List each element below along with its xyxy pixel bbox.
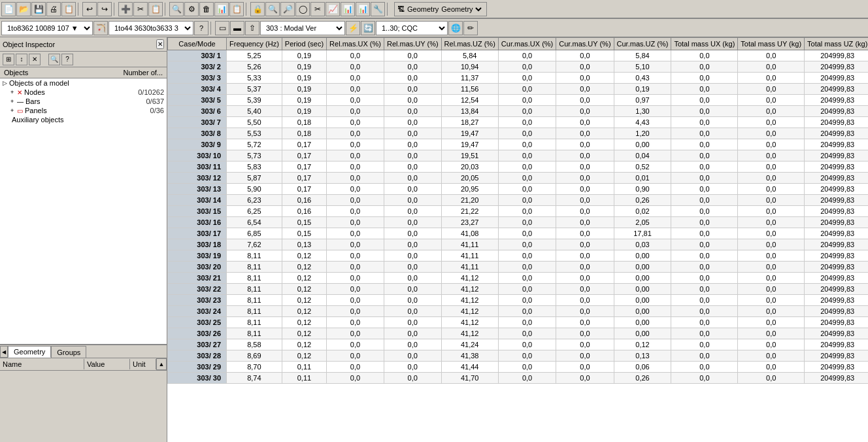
filter-btn[interactable]: ⚡ [346, 21, 360, 35]
table-row[interactable]: 303/ 187,620,130,00,041,110,00,00,030,00… [168, 239, 869, 250]
table-row[interactable]: 303/ 238,110,120,00,041,120,00,00,000,00… [168, 295, 869, 306]
add-btn[interactable]: ➕ [118, 2, 133, 16]
inspector-zoom-icon[interactable]: 🔍 [48, 54, 60, 65]
arrow-icon[interactable]: 🏹 [93, 21, 108, 35]
tree-item-bars[interactable]: + — Bars 0/637 [0, 97, 167, 106]
tree-item-nodes[interactable]: + ✕ Nodes 0/10262 [0, 88, 167, 97]
props-scroll-up-btn[interactable]: ▲ [156, 358, 167, 370]
inspector-select-icon[interactable]: ↕ [16, 54, 27, 65]
table-row[interactable]: 303/ 85,530,180,00,019,470,00,01,200,00,… [168, 128, 869, 139]
tool-btn[interactable]: 🔧 [371, 2, 385, 16]
table-row[interactable]: 303/ 288,690,120,00,041,380,00,00,130,00… [168, 350, 869, 362]
table-row[interactable]: 303/ 166,540,150,00,023,270,00,02,050,00… [168, 217, 869, 228]
zoom-out-btn[interactable]: 🔎 [280, 2, 295, 16]
scissors-btn[interactable]: ✂ [310, 2, 325, 16]
table-btn[interactable]: 📊 [356, 2, 370, 16]
data-cell: 0,0 [738, 250, 805, 262]
geometry-select[interactable]: Geometry [439, 5, 484, 14]
copy-btn[interactable]: 📋 [61, 2, 76, 16]
table-row[interactable]: 303/ 268,110,120,00,041,120,00,00,000,00… [168, 328, 869, 339]
rect2-btn[interactable]: ▬ [230, 21, 244, 35]
data-cell: 0,0 [738, 339, 805, 350]
table-row[interactable]: 303/ 308,740,110,00,041,700,00,00,260,00… [168, 373, 869, 384]
table-row[interactable]: 303/ 228,110,120,00,041,120,00,00,000,00… [168, 284, 869, 295]
refresh-btn[interactable]: 🔄 [361, 21, 375, 35]
table-row[interactable]: 303/ 218,110,120,00,041,120,00,00,000,00… [168, 273, 869, 284]
print-btn[interactable]: 🖨 [46, 2, 61, 16]
table-row[interactable]: 303/ 125,870,170,00,020,050,00,00,010,00… [168, 173, 869, 184]
table-row[interactable]: 303/ 15,250,190,00,05,840,00,05,840,00,0… [168, 50, 869, 61]
table-row[interactable]: 303/ 146,230,160,00,021,200,00,00,260,00… [168, 195, 869, 206]
table-row[interactable]: 303/ 135,900,170,00,020,950,00,00,900,00… [168, 184, 869, 195]
bar-chart-btn[interactable]: 📊 [341, 2, 355, 16]
table-row[interactable]: 303/ 45,370,190,00,011,560,00,00,190,00,… [168, 84, 869, 95]
tree-item-panels[interactable]: + ▭ Panels 0/36 [0, 106, 167, 115]
table-row[interactable]: 303/ 105,730,170,00,019,510,00,00,040,00… [168, 150, 869, 162]
table-row[interactable]: 303/ 278,580,120,00,041,240,00,00,120,00… [168, 339, 869, 350]
data-cell: 204999,83 [805, 317, 868, 328]
inspector-delete-icon[interactable]: ✕ [29, 54, 41, 65]
props-scroll-area[interactable] [0, 371, 167, 441]
inspector-filter-icon[interactable]: ⊞ [3, 54, 14, 65]
table-row[interactable]: 303/ 55,390,190,00,012,540,00,00,970,00,… [168, 95, 869, 106]
open-btn[interactable]: 📂 [16, 2, 31, 16]
pencil-btn[interactable]: ✏ [463, 21, 478, 35]
col-header-freq: Frequency (Hz) [227, 38, 282, 50]
circle-btn[interactable]: ◯ [295, 2, 310, 16]
col-header-cur-ux: Cur.mas.UX (%) [498, 38, 556, 50]
tree-item-objects-model[interactable]: ▷ Objects of a model [0, 78, 167, 88]
table-row[interactable]: 303/ 176,850,150,00,041,080,00,017,810,0… [168, 228, 869, 239]
rect-btn[interactable]: ▭ [215, 21, 229, 35]
lock-btn[interactable]: 🔒 [250, 2, 265, 16]
settings-btn[interactable]: ⚙ [184, 2, 199, 16]
data-cell: 204999,83 [805, 195, 868, 206]
line-chart-btn[interactable]: 📈 [326, 2, 340, 16]
data-cell: 204999,83 [805, 162, 868, 173]
inspector-help-icon[interactable]: ? [61, 54, 73, 65]
redo-btn[interactable]: ↪ [97, 2, 112, 16]
tree-item-auxiliary[interactable]: Auxiliary objects [0, 115, 167, 124]
case-mode-cell: 303/ 27 [168, 339, 227, 350]
save-btn[interactable]: 💾 [31, 2, 46, 16]
table-row[interactable]: 303/ 258,110,120,00,041,120,00,00,000,00… [168, 317, 869, 328]
tab-arrow-left[interactable]: ◀ [0, 346, 8, 358]
report-btn[interactable]: 📋 [229, 2, 244, 16]
cqc-dropdown[interactable]: 1..30; CQC [376, 21, 448, 35]
data-cell: 8,58 [227, 339, 282, 350]
zoom-btn[interactable]: 🔍 [169, 2, 184, 16]
tab-geometry[interactable]: Geometry [8, 346, 51, 358]
table-row[interactable]: 303/ 35,330,190,00,011,370,00,00,430,00,… [168, 73, 869, 84]
question-btn[interactable]: ? [194, 21, 209, 35]
table-row[interactable]: 303/ 75,500,180,00,018,270,00,04,430,00,… [168, 117, 869, 128]
nodes-dropdown[interactable]: 1to8362 10089 107 ▼ [1, 21, 93, 35]
modal-ver-dropdown[interactable]: 303 : Modal Ver [260, 21, 345, 35]
table-row[interactable]: 303/ 298,700,110,00,041,440,00,00,060,00… [168, 362, 869, 373]
bars-dropdown[interactable]: 1to44 3630to3633 3 [108, 21, 193, 35]
cut-btn[interactable]: ✂ [133, 2, 148, 16]
undo-btn[interactable]: ↩ [82, 2, 97, 16]
case-mode-cell: 303/ 20 [168, 262, 227, 273]
data-cell: 204999,83 [805, 128, 868, 139]
paste-btn[interactable]: 📋 [148, 2, 163, 16]
inspector-close-btn[interactable]: ✕ [156, 39, 164, 49]
tab-groups[interactable]: Groups [51, 346, 86, 358]
table-row[interactable]: 303/ 95,720,170,00,019,470,00,00,000,00,… [168, 139, 869, 150]
chart-btn[interactable]: 📊 [214, 2, 229, 16]
data-cell: 20,95 [441, 184, 498, 195]
table-row[interactable]: 303/ 65,400,190,00,013,840,00,01,300,00,… [168, 106, 869, 117]
tab-geometry-label: Geometry [14, 348, 45, 356]
delete-btn[interactable]: 🗑 [199, 2, 214, 16]
table-row[interactable]: 303/ 115,830,170,00,020,030,00,00,520,00… [168, 162, 869, 173]
case-mode-cell: 303/ 4 [168, 84, 227, 95]
table-row[interactable]: 303/ 248,110,120,00,041,120,00,00,000,00… [168, 306, 869, 317]
new-btn[interactable]: 📄 [1, 2, 16, 16]
table-row[interactable]: 303/ 198,110,120,00,041,110,00,00,000,00… [168, 250, 869, 262]
table-row[interactable]: 303/ 25,260,190,00,010,940,00,05,100,00,… [168, 61, 869, 73]
move-btn[interactable]: ⇧ [245, 21, 259, 35]
globe-btn[interactable]: 🌐 [448, 21, 463, 35]
props-name-header: Name [0, 359, 84, 369]
data-table-container[interactable]: Case/Mode Frequency (Hz) Period (sec) Re… [167, 37, 868, 442]
table-row[interactable]: 303/ 208,110,120,00,041,110,00,00,000,00… [168, 262, 869, 273]
zoom-in-btn[interactable]: 🔍 [265, 2, 280, 16]
table-row[interactable]: 303/ 156,250,160,00,021,220,00,00,020,00… [168, 206, 869, 217]
